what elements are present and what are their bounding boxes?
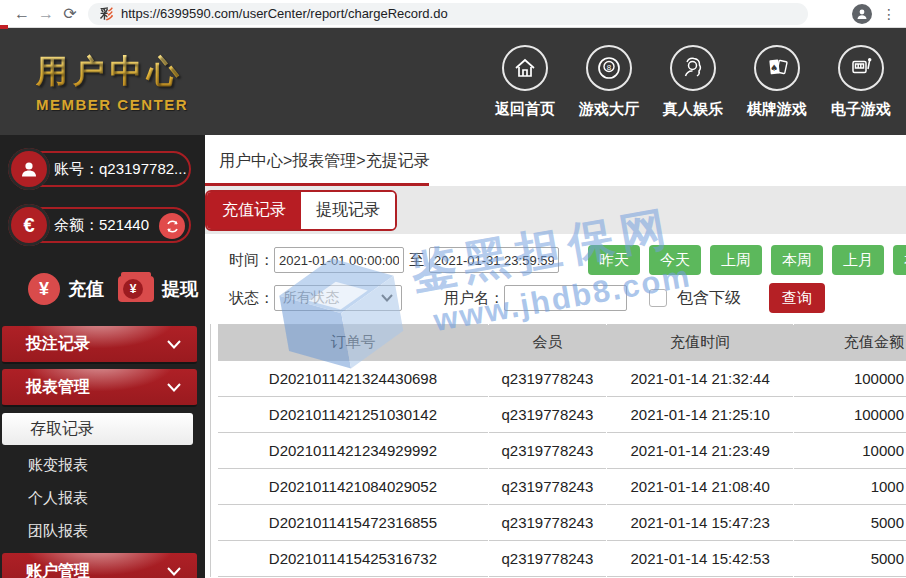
top-nav: 返回首页 8 游戏大厅 真人娱乐 [494, 45, 892, 119]
euro-icon: € [8, 204, 50, 246]
nav-label: 电子游戏 [831, 100, 891, 119]
order-cell: D2021011421234929992 [218, 433, 489, 469]
browser-menu-icon[interactable]: ⋮ [882, 6, 896, 22]
account-pill: 账号：q23197782... [10, 151, 191, 187]
time-cell: 2021-01-14 15:47:23 [606, 505, 794, 541]
yesterday-button[interactable]: 昨天 [588, 245, 640, 275]
loading-notch [0, 25, 8, 29]
order-cell: D2021011421084029052 [218, 469, 489, 505]
withdraw-label: 提现 [162, 277, 198, 301]
recharge-button[interactable]: ¥ 充值 [28, 273, 104, 305]
nav-item-game-hall[interactable]: 8 游戏大厅 [578, 45, 640, 119]
member-cell: q2319778243 [488, 469, 606, 505]
live-dealer-icon [670, 45, 716, 91]
nav-label: 棋牌游戏 [747, 100, 807, 119]
nav-item-slots[interactable]: 电子游戏 [830, 45, 892, 119]
url-text[interactable]: https://6399590.com/userCenter/report/ch… [121, 6, 448, 21]
username-input[interactable] [504, 285, 627, 311]
wallet-icon: ¥ [118, 276, 154, 302]
nav-label: 真人娱乐 [663, 100, 723, 119]
sidebar-item-account-management[interactable]: 账户管理 [2, 553, 197, 578]
browser-back-icon[interactable]: ← [10, 2, 34, 26]
logo-subtitle: MEMBER CENTER [36, 96, 188, 113]
browser-profile-icon[interactable] [852, 4, 872, 24]
col-header-member: 会员 [488, 325, 606, 361]
site-favicon: 彩 [100, 5, 113, 23]
sidebar-item-bet-records[interactable]: 投注记录 [2, 326, 197, 364]
username-label: 用户名： [444, 289, 504, 308]
sidebar-item-report-management[interactable]: 报表管理 [2, 369, 197, 407]
include-sub-checkbox[interactable] [649, 289, 667, 307]
table-row: D2021011415472316855 q2319778243 2021-01… [218, 505, 906, 541]
sidebar-item-personal-report[interactable]: 个人报表 [0, 482, 205, 515]
table-header-row: 订单号 会员 充值时间 充值金额 [218, 325, 906, 361]
tab-group: 充值记录 提现记录 [205, 190, 397, 231]
chevron-down-icon [167, 340, 181, 349]
today-button[interactable]: 今天 [649, 245, 701, 275]
chevron-down-icon [381, 294, 393, 302]
slot-machine-icon [838, 45, 884, 91]
member-cell: q2319778243 [488, 397, 606, 433]
person-icon [856, 8, 868, 20]
cards-icon: ♠ [754, 45, 800, 91]
search-button[interactable]: 查询 [769, 283, 825, 313]
balance-text: 余额：521440 [54, 216, 149, 235]
nav-item-home[interactable]: 返回首页 [494, 45, 556, 119]
breadcrumb: 用户中心>报表管理>充提记录 [205, 135, 906, 172]
time-cell: 2021-01-14 21:08:40 [606, 469, 794, 505]
browser-reload-icon[interactable]: ⟳ [58, 2, 82, 26]
tab-bar: 充值记录 提现记录 [205, 186, 906, 234]
amount-cell: 10000 [794, 433, 906, 469]
col-header-time: 充值时间 [606, 325, 794, 361]
time-cell: 2021-01-14 21:23:49 [606, 433, 794, 469]
nav-label: 游戏大厅 [579, 100, 639, 119]
sidebar-item-deposit-withdraw-records[interactable]: 存取记录 [2, 413, 193, 445]
quick-actions: ¥ 充值 ¥ 提现 [0, 263, 205, 321]
address-bar[interactable]: 彩 https://6399590.com/userCenter/report/… [88, 3, 808, 25]
refresh-icon [165, 219, 180, 234]
amount-cell: 1000 [794, 469, 906, 505]
this-week-button[interactable]: 本周 [771, 245, 823, 275]
refresh-balance-button[interactable] [159, 213, 185, 239]
status-select[interactable]: 所有状态 [274, 285, 402, 311]
table-row: D2021011421234929992 q2319778243 2021-01… [218, 433, 906, 469]
time-to-input[interactable] [429, 247, 559, 273]
table-row: D2021011415425316732 q2319778243 2021-01… [218, 541, 906, 577]
filters: 时间： 至 昨天 今天 上周 本周 上月 本月 状态： 所有状态 [205, 234, 906, 318]
amount-cell: 100000 [794, 397, 906, 433]
member-cell: q2319778243 [488, 505, 606, 541]
this-month-button[interactable]: 本月 [893, 245, 906, 275]
member-cell: q2319778243 [488, 361, 606, 397]
svg-text:♠: ♠ [770, 62, 778, 72]
chevron-down-icon [167, 567, 181, 576]
records-table: 订单号 会员 充值时间 充值金额 D2021011421324430698 q2… [210, 324, 906, 577]
time-from-input[interactable] [274, 247, 404, 273]
sidebar-item-team-report[interactable]: 团队报表 [0, 515, 205, 548]
tab-charge-records[interactable]: 充值记录 [207, 192, 301, 229]
browser-forward-icon[interactable]: → [34, 2, 58, 26]
app-header: 用户中心 MEMBER CENTER 返回首页 8 游戏大厅 [0, 28, 906, 135]
last-week-button[interactable]: 上周 [710, 245, 762, 275]
sidebar-menu: 投注记录 报表管理 存取记录 账变报表 个人报表 团队报表 [0, 326, 205, 578]
tab-withdraw-records[interactable]: 提现记录 [301, 192, 395, 229]
order-cell: D2021011415472316855 [218, 505, 489, 541]
user-icon [8, 148, 50, 190]
withdraw-button[interactable]: ¥ 提现 [118, 276, 198, 302]
svg-text:8: 8 [607, 62, 612, 71]
table-row: D2021011421251030142 q2319778243 2021-01… [218, 397, 906, 433]
billiards-icon: 8 [586, 45, 632, 91]
member-cell: q2319778243 [488, 541, 606, 577]
amount-cell: 100000 [794, 361, 906, 397]
browser-bar: ← → ⟳ 彩 https://6399590.com/userCenter/r… [0, 0, 906, 28]
order-cell: D2021011415425316732 [218, 541, 489, 577]
time-separator: 至 [409, 251, 424, 270]
table-row: D2021011421324430698 q2319778243 2021-01… [218, 361, 906, 397]
sidebar-item-account-change-report[interactable]: 账变报表 [0, 449, 205, 482]
nav-item-board-games[interactable]: ♠ 棋牌游戏 [746, 45, 808, 119]
order-cell: D2021011421324430698 [218, 361, 489, 397]
last-month-button[interactable]: 上月 [832, 245, 884, 275]
col-header-amount: 充值金额 [794, 325, 906, 361]
nav-item-live-casino[interactable]: 真人娱乐 [662, 45, 724, 119]
site-logo: 用户中心 MEMBER CENTER [36, 50, 188, 113]
order-cell: D2021011421251030142 [218, 397, 489, 433]
